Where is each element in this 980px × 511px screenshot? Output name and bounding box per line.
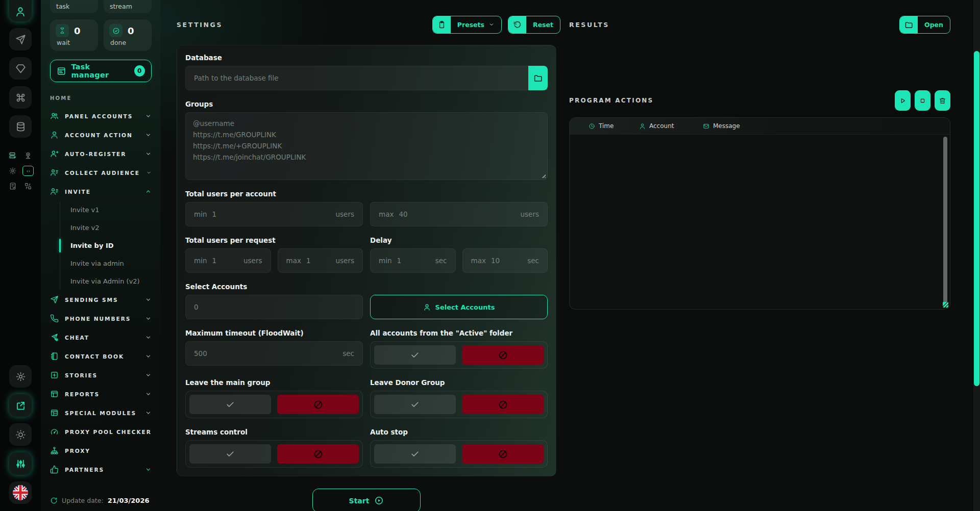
envelope-icon	[703, 123, 709, 130]
sidebar-item-partners[interactable]: PARTNERS	[50, 460, 152, 479]
check-icon	[410, 350, 420, 360]
rail-database-button[interactable]	[9, 115, 32, 138]
rail-theme-button[interactable]	[9, 423, 32, 446]
per-request-min-input[interactable]: min 1 users	[185, 248, 271, 273]
results-title: RESULTS	[569, 21, 609, 29]
auto-stop-enable-button[interactable]	[374, 444, 456, 464]
task-manager-label: Task manager	[71, 63, 129, 79]
leave-main-disable-button[interactable]	[277, 395, 359, 414]
window-scrollbar	[973, 0, 980, 511]
streams-control-disable-button[interactable]	[277, 444, 359, 464]
chevron-down-icon	[145, 410, 152, 416]
reset-button[interactable]: Reset	[508, 16, 560, 34]
gear-small-icon[interactable]	[9, 167, 17, 175]
rail-language-button[interactable]	[9, 481, 32, 504]
groups-textarea[interactable]: @username https://t.me/GROUPLINK https:/…	[185, 112, 548, 180]
per-request-label: Total users per request	[185, 236, 363, 244]
sidebar-item-proxy-pool-checker[interactable]: PROXY POOL CHECKER	[50, 422, 152, 441]
streams-control-enable-button[interactable]	[189, 444, 271, 464]
open-results-button[interactable]: Open	[899, 16, 950, 34]
sidebar-item-special-modules[interactable]: SPECIAL MODULES	[50, 403, 152, 422]
swap-icon[interactable]	[24, 182, 32, 190]
done-count: 0	[128, 25, 134, 36]
sidebar: task stream 0 wait 0 done Task manager	[41, 0, 161, 511]
per-account-min-input[interactable]: min 1 users	[185, 202, 363, 226]
server-check-icon[interactable]	[9, 151, 17, 160]
task-stat-card: task	[50, 0, 98, 13]
sidebar-item-collect-audience[interactable]: COLLECT AUDIENCE	[50, 163, 152, 182]
sidebar-item-invite[interactable]: INVITE	[50, 182, 152, 201]
sidebar-item-sending-sms[interactable]: SENDING SMS	[50, 290, 152, 309]
panel-accounts-icon	[50, 112, 59, 120]
flood-wait-label: Maximum timeout (FloodWait)	[185, 329, 363, 337]
active-folder-enable-button[interactable]	[374, 345, 456, 365]
rail-command-button[interactable]	[9, 86, 32, 109]
chevron-down-icon	[145, 372, 152, 378]
window-scrollbar-thumb[interactable]	[974, 51, 979, 386]
sidebar-item-proxy[interactable]: PROXY	[50, 441, 152, 460]
stream-stat-card: stream	[104, 0, 152, 13]
per-request-max-input[interactable]: max 1 users	[278, 248, 363, 273]
leave-donor-disable-button[interactable]	[462, 395, 544, 414]
active-folder-disable-button[interactable]	[462, 345, 544, 365]
chevron-down-icon	[145, 132, 152, 138]
check-icon	[225, 399, 235, 410]
chevron-down-icon	[488, 21, 495, 28]
rotate-ccw-icon	[508, 16, 526, 34]
auto-stop-disable-button[interactable]	[462, 444, 544, 464]
sidebar-item-invite-via-admin[interactable]: Invite via admin	[60, 254, 152, 272]
hourglass-icon	[56, 24, 69, 37]
rail-external-link-button[interactable]	[9, 394, 32, 417]
leave-donor-enable-button[interactable]	[374, 395, 456, 414]
sidebar-item-phone-numbers[interactable]: PHONE NUMBERS	[50, 309, 152, 328]
database-path-input[interactable]	[185, 66, 548, 90]
sidebar-top-cards: task stream	[50, 0, 152, 13]
stories-icon	[50, 371, 59, 379]
sidebar-stat-cards: 0 wait 0 done	[50, 19, 152, 51]
app-window: task stream 0 wait 0 done Task manager	[0, 0, 980, 511]
sidebar-item-auto-register[interactable]: AUTO-REGISTER	[50, 144, 152, 163]
home-section-label: HOME	[50, 95, 152, 101]
sidebar-item-invite-by-id[interactable]: Invite by ID	[60, 237, 152, 254]
webcam-icon[interactable]	[24, 151, 32, 160]
program-actions-clear-button[interactable]	[935, 90, 950, 111]
rail-settings-button[interactable]	[9, 365, 32, 388]
sidebar-item-invite-via-admin-v2[interactable]: Invite via Admin (v2)	[60, 272, 152, 290]
per-account-max-input[interactable]: max 40 users	[370, 202, 548, 226]
rail-preferences-button[interactable]	[9, 452, 32, 475]
sidebar-item-stories[interactable]: STORIES	[50, 366, 152, 385]
chevron-down-icon	[145, 466, 152, 473]
task-manager-button[interactable]: Task manager 0	[50, 60, 152, 82]
sidebar-item-reports[interactable]: REPORTS	[50, 385, 152, 403]
code-window-icon[interactable]	[22, 166, 34, 176]
delay-min-input[interactable]: min 1 sec	[370, 248, 456, 273]
leave-main-enable-button[interactable]	[189, 395, 271, 414]
check-icon	[410, 449, 420, 459]
program-actions-stop-button[interactable]	[915, 90, 930, 111]
rail-profile-button[interactable]	[9, 0, 32, 21]
notes-icon[interactable]	[9, 182, 17, 190]
sidebar-item-account-action[interactable]: ACCOUNT ACTION	[50, 125, 152, 144]
streams-control-group: Streams control	[185, 428, 363, 468]
program-actions-play-button[interactable]	[895, 90, 911, 111]
done-label: done	[110, 39, 146, 46]
select-accounts-button[interactable]: Select Accounts	[370, 295, 548, 319]
leave-main-toggle	[185, 391, 363, 418]
chevron-down-icon	[145, 150, 152, 157]
browse-database-button[interactable]	[528, 66, 548, 90]
table-resize-handle[interactable]	[943, 302, 948, 308]
presets-button[interactable]: Presets	[432, 16, 502, 34]
sidebar-item-cheat[interactable]: CHEAT	[50, 328, 152, 347]
rail-premium-button[interactable]	[9, 57, 32, 80]
sidebar-item-contact-book[interactable]: CONTACT BOOK	[50, 347, 152, 366]
start-button[interactable]: Start	[312, 489, 421, 511]
sidebar-item-invite-v1[interactable]: Invite v1	[60, 201, 152, 219]
rail-send-button[interactable]	[9, 28, 32, 50]
flood-wait-input[interactable]: 500 sec	[185, 341, 363, 366]
sidebar-item-invite-v2[interactable]: Invite v2	[60, 219, 152, 237]
refresh-icon[interactable]	[50, 497, 58, 504]
selected-accounts-count-input[interactable]: 0	[185, 295, 363, 319]
delay-max-input[interactable]: max 10 sec	[462, 248, 548, 273]
sidebar-item-panel-accounts[interactable]: PANEL ACCOUNTS	[50, 107, 152, 125]
table-scrollbar-thumb[interactable]	[943, 137, 947, 305]
